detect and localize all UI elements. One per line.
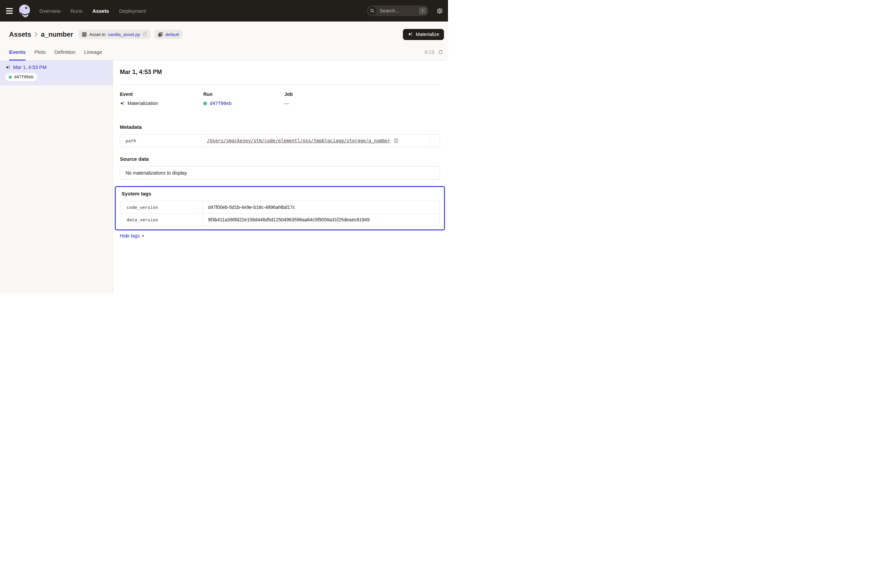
divider — [120, 84, 440, 85]
table-icon — [82, 32, 87, 37]
menu-icon[interactable] — [6, 8, 13, 14]
job-column-label: Job — [284, 91, 440, 97]
tag-key: code_version — [121, 201, 203, 213]
tag-value: d47f00eb-5d1b-4e9e-b18c-4896af4bd17c — [203, 201, 440, 213]
refresh-countdown: 0:13 — [425, 49, 434, 55]
materialization-sparkle-icon — [120, 101, 125, 106]
group-icon — [158, 32, 163, 37]
event-summary: Event Materialization Run d47f00eb — [120, 91, 440, 106]
nav-links: Overview Runs Assets Deployment — [40, 8, 146, 14]
table-row: code_version d47f00eb-5d1b-4e9e-b18c-489… — [121, 201, 440, 213]
search-shortcut-key: / — [419, 8, 427, 14]
event-timestamp-link[interactable]: Mar 1, 4:53 PM — [13, 65, 46, 70]
nav-item-runs[interactable]: Runs — [71, 8, 82, 14]
run-id-label: d47f00eb — [14, 75, 34, 79]
source-data-empty-state: No materializations to display. — [120, 166, 440, 179]
metadata-table: path /Users/smackesey/stm/code/elementl/… — [120, 134, 440, 147]
page-header: Assets a_number Asset in vanilla_asset.p… — [0, 21, 448, 61]
event-heading: Mar 1, 4:53 PM — [120, 68, 440, 76]
caret-up-icon: ▲ — [142, 234, 145, 237]
reload-definition-icon[interactable] — [142, 32, 147, 36]
run-id-badge[interactable]: d47f00eb — [5, 73, 37, 81]
tab-lineage[interactable]: Lineage — [84, 44, 102, 60]
tag-key: data_version — [121, 214, 203, 226]
metadata-key: path — [120, 135, 202, 147]
table-row: data_version 9f3b411a390fd22e158d446d5d1… — [121, 213, 440, 226]
metadata-path-link[interactable]: /Users/smackesey/stm/code/elementl/oss/t… — [207, 138, 390, 143]
event-list-item[interactable]: Mar 1, 4:53 PM d47f00eb — [0, 61, 113, 85]
chevron-right-icon — [35, 32, 38, 36]
asset-badge-prefix: Asset in — [89, 32, 105, 37]
run-status-dot — [9, 76, 12, 79]
tab-plots[interactable]: Plots — [34, 44, 46, 60]
event-column-label: Event — [120, 91, 203, 97]
copy-icon[interactable] — [393, 138, 399, 143]
run-column-label: Run — [203, 91, 284, 97]
gear-icon[interactable] — [436, 8, 443, 14]
event-detail-panel: Mar 1, 4:53 PM Event Materialization Run — [113, 61, 448, 294]
breadcrumb: Assets a_number — [9, 30, 73, 38]
run-status-dot — [203, 102, 207, 105]
job-empty-value: — — [284, 100, 289, 106]
tab-bar: Events Plots Definition Lineage 0:13 — [9, 44, 444, 61]
search-box[interactable]: / — [367, 5, 428, 16]
search-icon — [368, 6, 376, 15]
hide-tags-link[interactable]: Hide tags ▲ — [120, 233, 145, 239]
dagster-logo-icon[interactable] — [17, 3, 32, 18]
system-tags-highlight-box: System tags code_version d47f00eb-5d1b-4… — [115, 186, 445, 231]
tab-events[interactable]: Events — [9, 44, 26, 60]
breadcrumb-current: a_number — [41, 30, 73, 38]
materialize-button[interactable]: Materialize — [403, 29, 444, 40]
sparkle-icon — [408, 32, 413, 37]
tag-value: 9f3b411a390fd22e158d446d5d12504963596aa6… — [203, 214, 440, 226]
top-nav: Overview Runs Assets Deployment / — [0, 0, 448, 21]
tab-definition[interactable]: Definition — [55, 44, 76, 60]
event-type-label: Materialization — [128, 100, 158, 106]
system-tags-table: code_version d47f00eb-5d1b-4e9e-b18c-489… — [121, 201, 440, 226]
breadcrumb-root[interactable]: Assets — [9, 30, 31, 38]
refresh-icon[interactable] — [438, 49, 443, 55]
nav-item-deployment[interactable]: Deployment — [119, 8, 146, 14]
search-input[interactable] — [376, 8, 419, 14]
asset-file-link[interactable]: vanilla_asset.py — [108, 32, 140, 37]
event-list-sidebar: Mar 1, 4:53 PM d47f00eb — [0, 61, 113, 294]
materialization-sparkle-icon — [5, 65, 11, 70]
table-row: path /Users/smackesey/stm/code/elementl/… — [120, 135, 440, 147]
nav-item-assets[interactable]: Assets — [93, 8, 109, 14]
asset-definition-badge: Asset in vanilla_asset.py — [78, 30, 151, 39]
run-id-link[interactable]: d47f00eb — [210, 100, 232, 106]
metadata-section-title: Metadata — [120, 124, 440, 130]
nav-item-overview[interactable]: Overview — [40, 8, 61, 14]
group-link[interactable]: default — [165, 32, 179, 37]
asset-group-badge: default — [154, 30, 183, 39]
system-tags-section-title: System tags — [121, 191, 440, 196]
row-action-cell — [430, 135, 440, 147]
source-data-section-title: Source data — [120, 156, 440, 162]
